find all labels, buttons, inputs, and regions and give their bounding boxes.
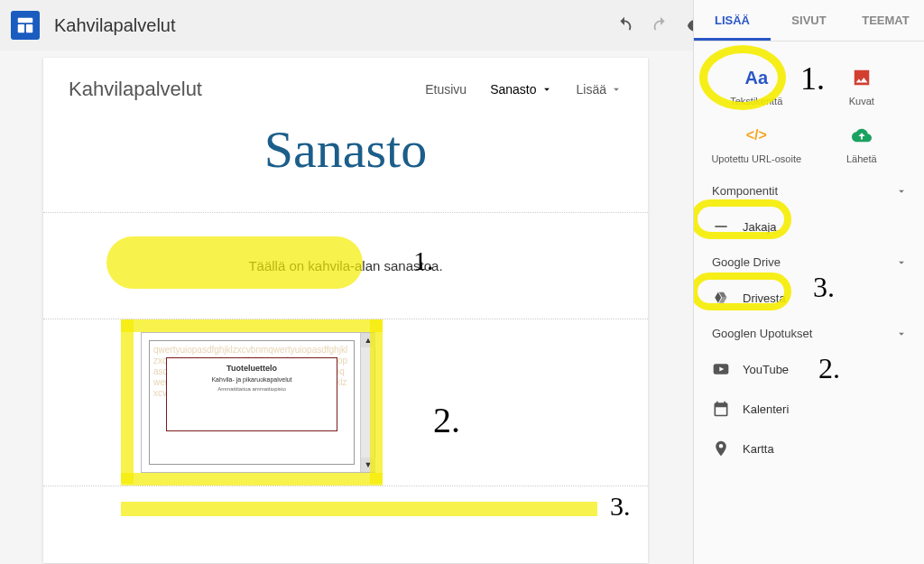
upload-icon — [849, 123, 874, 148]
row-calendar-label: Kalenteri — [743, 402, 789, 416]
insert-textbox[interactable]: Aa Tekstikenttä — [707, 60, 807, 112]
map-pin-icon — [712, 439, 730, 458]
drive-embed[interactable]: ▲ ▼ qwertyuiopasdfghjklzxcvbnmqwertyuiop… — [141, 332, 375, 473]
page-heading[interactable]: Sanasto — [43, 119, 648, 180]
redo-icon[interactable] — [651, 15, 670, 35]
page-canvas[interactable]: Kahvilapalvelut Etusivu Sanasto Lisää Sa… — [43, 58, 648, 563]
text-icon: Aa — [744, 65, 769, 90]
doc-small: Ammattitaitoa ammattiopisto — [217, 386, 286, 392]
row-calendar[interactable]: Kalenteri — [694, 389, 924, 429]
right-panel: LISÄÄ SIVUT TEEMAT Aa Tekstikenttä Kuvat… — [693, 0, 924, 564]
nav-glossary[interactable]: Sanasto — [490, 82, 552, 97]
image-icon — [849, 65, 874, 90]
embed-document: qwertyuiopasdfghjklzxcvbnmqwertyuiopasdf… — [149, 340, 355, 465]
insert-embed-url[interactable]: </> Upotettu URL-osoite — [707, 117, 807, 170]
tab-themes[interactable]: TEEMAT — [847, 0, 924, 41]
section-components[interactable]: Komponentit — [694, 175, 924, 207]
panel-body: Aa Tekstikenttä Kuvat </> Upotettu URL-o… — [694, 42, 924, 564]
doc-subtitle: Kahvila- ja pikaruokapalvelut — [211, 376, 291, 383]
section-drive-label: Google Drive — [712, 255, 781, 269]
annotation-number: 2. — [433, 399, 460, 441]
svg-rect-2 — [26, 24, 32, 32]
nav-more[interactable]: Lisää — [577, 82, 623, 97]
doc-title: Tuoteluettelo — [226, 364, 277, 373]
embed-scrollbar[interactable]: ▲ ▼ — [360, 333, 374, 472]
panel-tabs: LISÄÄ SIVUT TEEMAT — [694, 0, 924, 42]
embed-icon: </> — [744, 123, 769, 148]
insert-upload-label: Lähetä — [814, 153, 910, 164]
insert-textbox-label: Tekstikenttä — [708, 96, 805, 106]
youtube-icon — [712, 360, 730, 378]
divider-icon — [712, 217, 730, 236]
svg-rect-1 — [18, 24, 24, 32]
section-components-label: Komponentit — [712, 184, 778, 198]
scroll-up-icon[interactable]: ▲ — [361, 333, 375, 347]
page-header: Kahvilapalvelut Etusivu Sanasto Lisää — [43, 58, 648, 112]
tab-insert[interactable]: LISÄÄ — [694, 0, 771, 41]
page-site-name[interactable]: Kahvilapalvelut — [69, 78, 202, 101]
insert-embed-label: Upotettu URL-osoite — [708, 153, 805, 164]
insert-upload[interactable]: Lähetä — [812, 117, 912, 170]
annotation-number: 3. — [610, 491, 631, 522]
drive-icon — [712, 289, 730, 307]
row-map-label: Kartta — [743, 442, 774, 456]
sites-logo[interactable] — [11, 11, 40, 40]
insert-images[interactable]: Kuvat — [812, 60, 912, 112]
row-from-drive[interactable]: Drivesta — [694, 278, 924, 318]
insert-images-label: Kuvat — [814, 96, 910, 106]
chevron-down-icon — [895, 256, 908, 269]
row-divider-label: Jakaja — [743, 220, 777, 234]
tab-pages[interactable]: SIVUT — [771, 0, 847, 41]
chevron-down-icon — [541, 83, 553, 96]
section-drive[interactable]: Google Drive — [694, 246, 924, 278]
section-google-embeds-label: Googlen Upotukset — [712, 327, 812, 340]
site-title[interactable]: Kahvilapalvelut — [54, 15, 176, 36]
scroll-down-icon[interactable]: ▼ — [361, 458, 375, 472]
undo-icon[interactable] — [614, 15, 634, 35]
row-divider[interactable]: Jakaja — [694, 207, 924, 246]
row-youtube-label: YouTube — [743, 363, 789, 376]
svg-rect-0 — [18, 18, 33, 23]
nav-home[interactable]: Etusivu — [425, 82, 467, 97]
chevron-down-icon — [895, 185, 908, 198]
section-google-embeds[interactable]: Googlen Upotukset — [694, 318, 924, 349]
calendar-icon — [712, 400, 730, 418]
row-youtube[interactable]: YouTube — [694, 349, 924, 389]
chevron-down-icon — [610, 83, 623, 96]
chevron-down-icon — [895, 328, 908, 340]
row-from-drive-label: Drivesta — [743, 291, 786, 305]
svg-rect-7 — [715, 226, 726, 227]
row-map[interactable]: Kartta — [694, 429, 924, 468]
intro-text-block[interactable]: Täällä on kahvila-alan sanastoa. — [43, 213, 648, 319]
